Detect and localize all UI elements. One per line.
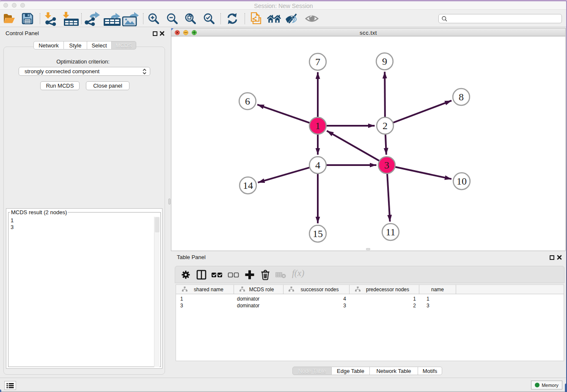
svg-text:14: 14 (243, 180, 253, 191)
svg-text:7: 7 (315, 56, 320, 67)
svg-text:1: 1 (315, 120, 320, 131)
svg-text:3: 3 (384, 160, 389, 171)
svg-text:11: 11 (385, 226, 395, 237)
svg-text:6: 6 (245, 96, 250, 107)
svg-text:8: 8 (459, 91, 464, 102)
svg-text:2: 2 (383, 120, 388, 131)
svg-text:15: 15 (313, 228, 323, 239)
svg-text:10: 10 (457, 176, 467, 187)
svg-text:4: 4 (315, 160, 320, 171)
svg-text:9: 9 (382, 56, 387, 67)
